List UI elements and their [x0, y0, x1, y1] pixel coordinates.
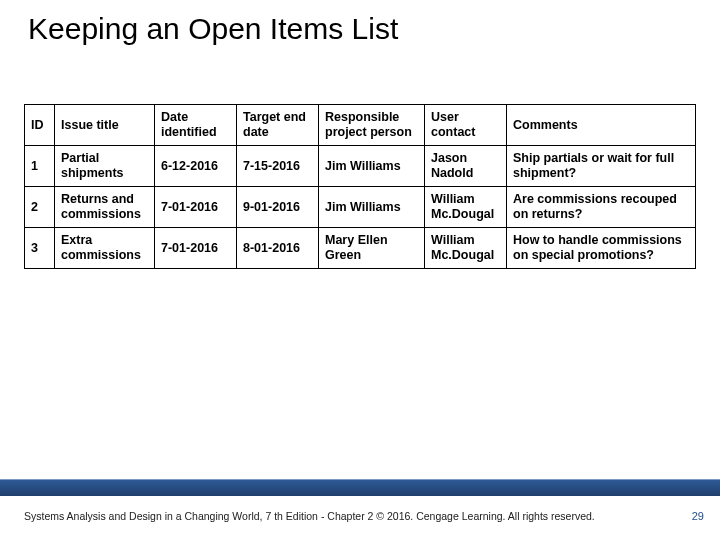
- cell-id: 1: [25, 146, 55, 187]
- col-comments: Comments: [507, 105, 696, 146]
- col-date-identified: Date identified: [155, 105, 237, 146]
- cell-responsible: Jim Williams: [319, 146, 425, 187]
- col-issue-title: Issue title: [55, 105, 155, 146]
- cell-target: 7-15-2016: [237, 146, 319, 187]
- table-row: 2 Returns and commissions 7-01-2016 9-01…: [25, 187, 696, 228]
- page-number: 29: [692, 510, 704, 522]
- cell-target: 9-01-2016: [237, 187, 319, 228]
- cell-id: 2: [25, 187, 55, 228]
- cell-date: 7-01-2016: [155, 187, 237, 228]
- cell-responsible: Mary Ellen Green: [319, 228, 425, 269]
- cell-issue: Extra commissions: [55, 228, 155, 269]
- col-id: ID: [25, 105, 55, 146]
- cell-comments: Ship partials or wait for full shipment?: [507, 146, 696, 187]
- cell-comments: How to handle commissions on special pro…: [507, 228, 696, 269]
- slide-title: Keeping an Open Items List: [0, 0, 720, 46]
- cell-responsible: Jim Williams: [319, 187, 425, 228]
- col-responsible: Responsible project person: [319, 105, 425, 146]
- footer-text: Systems Analysis and Design in a Changin…: [24, 510, 595, 522]
- cell-issue: Returns and commissions: [55, 187, 155, 228]
- open-items-table: ID Issue title Date identified Target en…: [24, 104, 696, 269]
- col-user-contact: User contact: [425, 105, 507, 146]
- col-target-end-date: Target end date: [237, 105, 319, 146]
- cell-id: 3: [25, 228, 55, 269]
- table-row: 3 Extra commissions 7-01-2016 8-01-2016 …: [25, 228, 696, 269]
- cell-user: Jason Nadold: [425, 146, 507, 187]
- cell-issue: Partial shipments: [55, 146, 155, 187]
- table-row: 1 Partial shipments 6-12-2016 7-15-2016 …: [25, 146, 696, 187]
- table-header-row: ID Issue title Date identified Target en…: [25, 105, 696, 146]
- cell-user: William Mc.Dougal: [425, 187, 507, 228]
- open-items-table-wrap: ID Issue title Date identified Target en…: [24, 104, 696, 269]
- cell-date: 7-01-2016: [155, 228, 237, 269]
- cell-date: 6-12-2016: [155, 146, 237, 187]
- cell-target: 8-01-2016: [237, 228, 319, 269]
- footer-accent-bar: [0, 479, 720, 496]
- cell-comments: Are commissions recouped on returns?: [507, 187, 696, 228]
- cell-user: William Mc.Dougal: [425, 228, 507, 269]
